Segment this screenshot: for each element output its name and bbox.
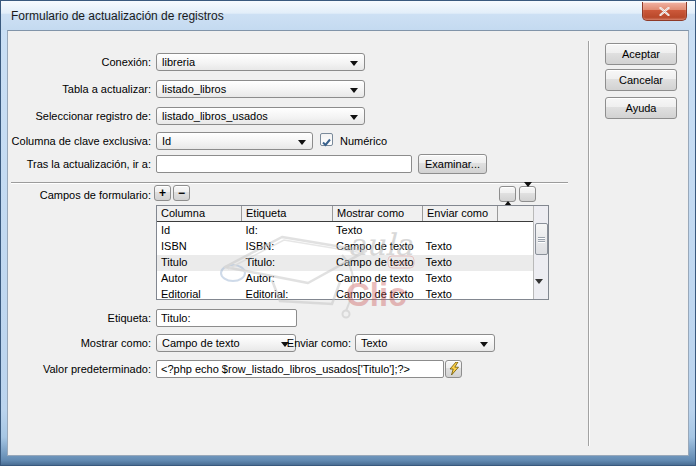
unique-key-label: Columna de clave exclusiva: <box>10 135 151 147</box>
table-cell: Campo de texto <box>332 287 422 300</box>
table-cell: Texto <box>422 271 497 287</box>
grip-icon <box>538 239 545 240</box>
unique-key-select[interactable]: Id <box>156 132 313 150</box>
chevron-down-icon <box>350 88 358 93</box>
form-fields-label: Campos de formulario: <box>10 189 151 201</box>
column-header[interactable]: Mostrar como <box>333 206 423 221</box>
dialog-body: Conexión: libreria Tabla a actualizar: l… <box>7 30 689 456</box>
arrow-up-icon <box>504 187 512 206</box>
window-title: Formulario de actualización de registros <box>1 9 224 23</box>
default-value-label: Valor predeterminado: <box>10 363 151 375</box>
connection-label: Conexión: <box>10 56 151 68</box>
after-update-label: Tras la actualización, ir a: <box>10 158 151 170</box>
table-row[interactable]: AutorAutor:Campo de textoTexto <box>157 271 533 287</box>
select-record-label: Seleccionar registro de: <box>10 110 151 122</box>
accept-button[interactable]: Aceptar <box>605 43 677 65</box>
table-cell: Editorial: <box>242 287 333 300</box>
table-cell: Texto <box>422 239 497 255</box>
numeric-checkbox[interactable] <box>320 133 333 146</box>
submit-as-value: Texto <box>361 337 387 349</box>
table-cell: ISBN: <box>242 239 333 255</box>
button-separator <box>588 41 590 446</box>
table-cell <box>496 239 533 255</box>
move-down-button[interactable] <box>519 186 536 202</box>
chevron-down-icon <box>350 61 358 66</box>
table-cell: ISBN <box>157 239 242 255</box>
close-button[interactable] <box>642 2 687 21</box>
scroll-up-button[interactable] <box>535 207 548 221</box>
separator-line <box>11 182 568 184</box>
table-cell: Autor: <box>242 271 333 287</box>
scrollbar-thumb[interactable] <box>535 223 548 255</box>
table-header-row: Columna Etiqueta Mostrar como Enviar com… <box>157 206 548 222</box>
unique-key-value: Id <box>162 135 171 147</box>
dialog-window: Formulario de actualización de registros… <box>0 0 696 466</box>
submit-as-label: Enviar como: <box>278 337 351 349</box>
scroll-down-button[interactable] <box>535 284 548 298</box>
label-field-input[interactable] <box>156 309 297 327</box>
select-record-value: listado_libros_usados <box>162 110 268 122</box>
table-to-update-value: listado_libros <box>162 83 226 95</box>
column-header-blank <box>498 206 535 221</box>
display-as-label: Mostrar como: <box>10 337 151 349</box>
arrow-down-icon <box>535 279 543 300</box>
display-as-select[interactable]: Campo de texto <box>156 334 296 352</box>
table-cell: Texto <box>332 223 422 239</box>
table-scrollbar[interactable] <box>533 206 548 299</box>
connection-value: libreria <box>162 56 195 68</box>
remove-field-button[interactable]: − <box>173 185 190 201</box>
move-up-button[interactable] <box>499 186 516 202</box>
table-cell <box>496 255 533 271</box>
help-button[interactable]: Ayuda <box>605 97 677 119</box>
dynamic-data-button[interactable] <box>445 360 462 378</box>
table-to-update-label: Tabla a actualizar: <box>10 83 151 95</box>
close-icon <box>659 7 670 16</box>
table-cell <box>422 223 497 239</box>
table-cell <box>496 223 533 239</box>
column-header[interactable]: Etiqueta <box>242 206 333 221</box>
lightning-icon <box>448 362 460 376</box>
numeric-label: Numérico <box>340 135 387 147</box>
default-value-input[interactable] <box>156 360 444 378</box>
table-cell: Autor <box>157 271 242 287</box>
table-to-update-select[interactable]: listado_libros <box>156 80 365 98</box>
table-row[interactable]: ISBNISBN:Campo de textoTexto <box>157 239 533 255</box>
table-row[interactable]: EditorialEditorial:Campo de textoTexto <box>157 287 533 300</box>
display-as-value: Campo de texto <box>162 337 240 349</box>
table-cell: Titulo: <box>242 255 333 271</box>
fields-table-body: IdId:TextoISBNISBN:Campo de textoTextoTi… <box>157 223 533 299</box>
table-cell: Editorial <box>157 287 242 300</box>
table-cell: Campo de texto <box>332 271 422 287</box>
table-cell <box>496 287 533 300</box>
arrow-down-icon <box>524 182 532 201</box>
after-update-input[interactable] <box>156 155 412 173</box>
chevron-down-icon <box>298 140 306 145</box>
table-cell: Campo de texto <box>332 239 422 255</box>
table-row[interactable]: IdId:Texto <box>157 223 533 239</box>
column-header[interactable]: Enviar como <box>423 206 498 221</box>
column-header[interactable]: Columna <box>157 206 242 221</box>
select-record-select[interactable]: listado_libros_usados <box>156 107 365 125</box>
table-cell <box>496 271 533 287</box>
browse-button[interactable]: Examinar... <box>418 154 487 174</box>
cancel-button[interactable]: Cancelar <box>605 69 677 91</box>
table-row[interactable]: TituloTitulo:Campo de textoTexto <box>157 255 533 271</box>
table-cell: Texto <box>422 287 497 300</box>
table-cell: Id: <box>242 223 333 239</box>
chevron-down-icon <box>350 115 358 120</box>
table-cell: Texto <box>422 255 497 271</box>
chevron-down-icon <box>480 342 488 347</box>
checkmark-icon <box>321 137 332 148</box>
table-cell: Campo de texto <box>332 255 422 271</box>
label-field-label: Etiqueta: <box>10 312 151 324</box>
connection-select[interactable]: libreria <box>156 53 365 71</box>
submit-as-select[interactable]: Texto <box>355 334 495 352</box>
table-cell: Titulo <box>157 255 242 271</box>
add-field-button[interactable]: + <box>154 185 171 201</box>
title-bar[interactable]: Formulario de actualización de registros <box>1 1 695 30</box>
table-cell: Id <box>157 223 242 239</box>
form-fields-table: Columna Etiqueta Mostrar como Enviar com… <box>156 205 549 300</box>
